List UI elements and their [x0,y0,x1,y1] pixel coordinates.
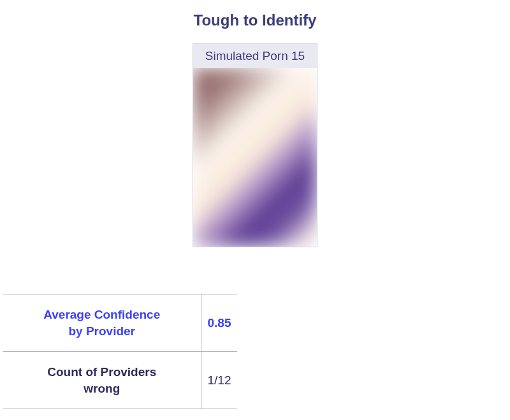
metric-label-line: by Provider [68,324,135,338]
card-image-blurred [193,68,317,247]
metric-label: Count of Providers wrong [3,352,201,409]
metric-label-line: Count of Providers [47,365,156,379]
card-header: Simulated Porn 15 [193,44,317,68]
table-row: Count of Providers wrong 1/12 [3,352,237,409]
image-card: Simulated Porn 15 [193,43,317,247]
metrics-table: Average Confidence by Provider 0.85 Coun… [3,294,237,409]
page-title: Tough to Identify [0,0,510,29]
metric-label-line: wrong [84,382,120,395]
metric-value: 0.85 [201,294,237,352]
metric-label-line: Average Confidence [43,308,160,321]
metric-label: Average Confidence by Provider [3,294,201,352]
metric-value: 1/12 [201,352,237,409]
table-row: Average Confidence by Provider 0.85 [3,294,237,352]
card-image-wrap [193,68,317,247]
